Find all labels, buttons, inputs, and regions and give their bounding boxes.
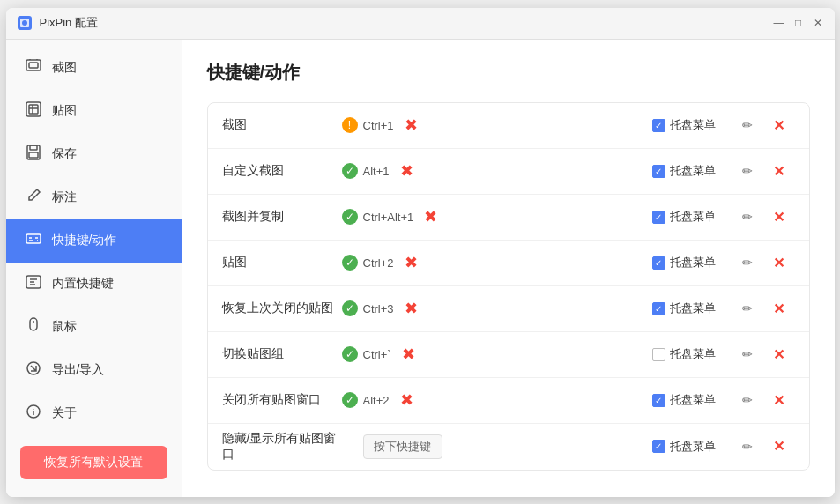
delete-button[interactable]: ✕ (769, 434, 788, 458)
sidebar-label-mouse: 鼠标 (52, 319, 77, 335)
edit-button[interactable]: ✏ (739, 115, 756, 136)
delete-col: ✕ (763, 297, 795, 321)
table-row: 贴图 ✓ Ctrl+2 ✖ ✓ 托盘菜单 ✏ (208, 241, 809, 286)
table-row: 关闭所有贴图窗口 ✓ Alt+2 ✖ ✓ 托盘菜单 ✏ (208, 378, 809, 424)
importexport-icon (24, 359, 43, 382)
sidebar-item-save[interactable]: 保存 (6, 133, 182, 176)
edit-button[interactable]: ✏ (739, 206, 756, 227)
page-title: 快捷键/动作 (207, 61, 810, 85)
sidebar-item-about[interactable]: 关于 (6, 392, 182, 435)
remove-key-button[interactable]: ✖ (397, 158, 417, 184)
edit-button[interactable]: ✏ (739, 436, 756, 457)
table-row: 恢复上次关闭的贴图 ✓ Ctrl+3 ✖ ✓ 托盘菜单 ✏ (208, 286, 809, 332)
delete-button[interactable]: ✕ (769, 114, 788, 137)
status-col: ! (337, 117, 363, 133)
sidebar-label-screenshot: 截图 (52, 60, 77, 76)
table-row: 自定义截图 ✓ Alt+1 ✖ ✓ 托盘菜单 ✏ (208, 149, 809, 195)
edit-button[interactable]: ✏ (739, 160, 756, 182)
edit-col: ✏ (732, 389, 763, 411)
key-placeholder[interactable]: 按下快捷键 (363, 434, 442, 459)
remove-key-button[interactable]: ✖ (398, 341, 419, 367)
delete-button[interactable]: ✕ (769, 251, 788, 275)
key-col: Ctrl+Alt+1 ✖ (363, 204, 652, 230)
mouse-icon (24, 316, 43, 338)
shortcut-name: 贴图 (222, 255, 337, 271)
delete-button[interactable]: ✕ (769, 159, 788, 183)
shortcut-name: 恢复上次关闭的贴图 (222, 300, 337, 316)
delete-button[interactable]: ✕ (769, 389, 788, 412)
tray-col: ✓ 托盘菜单 (652, 255, 732, 271)
remove-key-button[interactable]: ✖ (420, 204, 441, 230)
status-icon-green: ✓ (342, 255, 358, 271)
key-value: Ctrl+Alt+1 (363, 211, 414, 224)
tray-checkbox[interactable]: ✓ (652, 302, 665, 315)
tray-checkbox[interactable]: ✓ (652, 211, 665, 224)
status-icon-green: ✓ (342, 163, 358, 179)
edit-button[interactable]: ✏ (739, 389, 756, 411)
table-row: 隐藏/显示所有贴图窗口 按下快捷键 ✓ 托盘菜单 ✏ ✕ (208, 424, 809, 470)
window-controls: — □ ✕ (773, 17, 824, 29)
svg-point-2 (22, 20, 27, 26)
sidebar-item-mouse[interactable]: 鼠标 (6, 306, 182, 349)
svg-rect-9 (29, 152, 38, 158)
edit-col: ✏ (732, 298, 763, 319)
minimize-button[interactable]: — (773, 17, 785, 29)
status-icon-green: ✓ (342, 346, 358, 362)
table-row: 截图 ! Ctrl+1 ✖ ✓ 托盘菜单 ✏ (208, 103, 809, 149)
sidebar-item-screenshot[interactable]: 截图 (6, 47, 182, 90)
status-col: ✓ (337, 346, 363, 362)
tray-col: 托盘菜单 (652, 346, 732, 362)
status-icon-green: ✓ (342, 392, 358, 408)
tray-label: 托盘菜单 (670, 300, 716, 316)
tray-checkbox[interactable]: ✓ (652, 119, 665, 132)
key-col: Ctrl+2 ✖ (363, 249, 652, 276)
edit-col: ✏ (732, 115, 763, 136)
maximize-button[interactable]: □ (792, 17, 805, 29)
edit-col: ✏ (732, 436, 763, 457)
tray-col: ✓ 托盘菜单 (652, 439, 732, 455)
edit-col: ✏ (732, 206, 763, 227)
edit-button[interactable]: ✏ (739, 252, 756, 273)
tray-checkbox-unchecked[interactable] (652, 348, 665, 361)
tray-checkbox[interactable]: ✓ (652, 165, 665, 178)
delete-button[interactable]: ✕ (769, 343, 788, 367)
remove-key-button[interactable]: ✖ (401, 295, 421, 322)
restore-defaults-button[interactable]: 恢复所有默认设置 (20, 446, 167, 479)
table-row: 切换贴图组 ✓ Ctrl+` ✖ 托盘菜单 ✏ (208, 332, 809, 378)
remove-key-button[interactable]: ✖ (401, 112, 421, 138)
shortcuts-icon (24, 230, 43, 252)
status-col: ✓ (337, 209, 363, 225)
svg-rect-8 (30, 145, 37, 150)
tray-checkbox[interactable]: ✓ (652, 394, 665, 407)
tray-col: ✓ 托盘菜单 (652, 163, 732, 179)
builtin-icon (24, 273, 43, 295)
tray-col: ✓ 托盘菜单 (652, 392, 732, 408)
delete-button[interactable]: ✕ (769, 297, 788, 321)
sidebar-label-importexport: 导出/导入 (52, 362, 105, 378)
key-col: Alt+2 ✖ (363, 387, 652, 413)
svg-rect-10 (26, 234, 41, 243)
tray-label: 托盘菜单 (670, 255, 716, 271)
sidebar-item-annotate[interactable]: 标注 (6, 176, 182, 219)
sticker-icon (24, 100, 43, 122)
tray-checkbox[interactable]: ✓ (652, 256, 665, 270)
sidebar-item-sticker[interactable]: 贴图 (6, 90, 182, 133)
edit-button[interactable]: ✏ (739, 344, 756, 365)
edit-button[interactable]: ✏ (739, 298, 756, 319)
remove-key-button[interactable]: ✖ (397, 387, 417, 413)
remove-key-button[interactable]: ✖ (401, 249, 421, 276)
sidebar-item-shortcuts[interactable]: 快捷键/动作 (6, 219, 182, 263)
close-button[interactable]: ✕ (812, 17, 824, 29)
status-icon-green: ✓ (342, 209, 358, 225)
sidebar-item-importexport[interactable]: 导出/导入 (6, 349, 182, 392)
titlebar: PixPin 配置 — □ ✕ (6, 8, 835, 40)
svg-rect-6 (29, 105, 38, 114)
tray-checkbox[interactable]: ✓ (652, 440, 665, 453)
app-logo (17, 15, 33, 31)
delete-col: ✕ (763, 343, 795, 367)
key-value: Alt+2 (363, 394, 390, 407)
delete-button[interactable]: ✕ (769, 205, 788, 229)
key-col: 按下快捷键 (363, 434, 652, 459)
svg-rect-12 (30, 318, 37, 330)
sidebar-item-builtin[interactable]: 内置快捷键 (6, 263, 182, 306)
